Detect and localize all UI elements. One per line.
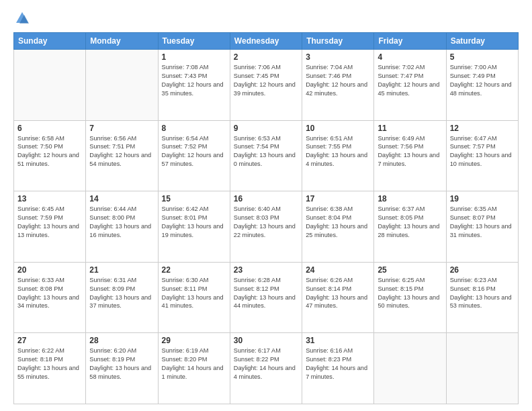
day-number: 10 [306,124,370,133]
calendar-day-cell: 30Sunrise: 6:17 AMSunset: 8:22 PMDayligh… [230,333,302,404]
day-number: 30 [234,336,298,345]
calendar-day-header: Tuesday [158,33,230,50]
calendar-day-cell: 18Sunrise: 6:37 AMSunset: 8:05 PMDayligh… [374,191,446,263]
calendar-week-row: 13Sunrise: 6:45 AMSunset: 7:59 PMDayligh… [14,191,519,263]
calendar-day-header: Sunday [14,33,86,50]
calendar-day-cell: 15Sunrise: 6:42 AMSunset: 8:01 PMDayligh… [158,191,230,263]
calendar-week-row: 20Sunrise: 6:33 AMSunset: 8:08 PMDayligh… [14,262,519,333]
calendar-day-header: Saturday [446,33,518,50]
calendar-day-cell: 27Sunrise: 6:22 AMSunset: 8:18 PMDayligh… [14,333,86,404]
day-number: 16 [234,194,298,203]
day-info: Sunrise: 6:44 AMSunset: 8:00 PMDaylight:… [89,205,154,240]
calendar-day-cell: 23Sunrise: 6:28 AMSunset: 8:12 PMDayligh… [230,262,302,333]
calendar-day-cell: 6Sunrise: 6:58 AMSunset: 7:50 PMDaylight… [14,120,86,191]
calendar-week-row: 1Sunrise: 7:08 AMSunset: 7:43 PMDaylight… [14,50,519,121]
day-info: Sunrise: 6:37 AMSunset: 8:05 PMDaylight:… [378,205,442,240]
calendar-header-row: SundayMondayTuesdayWednesdayThursdayFrid… [14,33,519,50]
day-number: 26 [450,265,515,275]
day-info: Sunrise: 6:20 AMSunset: 8:19 PMDaylight:… [89,347,154,381]
calendar-day-cell: 20Sunrise: 6:33 AMSunset: 8:08 PMDayligh… [14,262,86,333]
day-info: Sunrise: 7:00 AMSunset: 7:49 PMDaylight:… [450,63,515,98]
calendar-day-cell: 28Sunrise: 6:20 AMSunset: 8:19 PMDayligh… [86,333,158,404]
calendar-day-cell: 26Sunrise: 6:23 AMSunset: 8:16 PMDayligh… [446,262,518,333]
day-number: 31 [306,336,370,345]
day-info: Sunrise: 6:38 AMSunset: 8:04 PMDaylight:… [306,205,370,240]
day-info: Sunrise: 6:51 AMSunset: 7:55 PMDaylight:… [306,134,370,169]
day-number: 15 [162,194,226,203]
page-header [13,11,519,26]
calendar-day-cell: 9Sunrise: 6:53 AMSunset: 7:54 PMDaylight… [230,120,302,191]
day-info: Sunrise: 6:53 AMSunset: 7:54 PMDaylight:… [234,134,298,169]
day-number: 5 [450,52,515,62]
day-number: 1 [162,52,226,62]
calendar-day-cell: 1Sunrise: 7:08 AMSunset: 7:43 PMDaylight… [158,50,230,121]
calendar-week-row: 6Sunrise: 6:58 AMSunset: 7:50 PMDaylight… [14,120,519,191]
day-number: 11 [378,124,442,133]
day-info: Sunrise: 6:22 AMSunset: 8:18 PMDaylight:… [17,347,82,381]
calendar-day-cell [374,333,446,404]
calendar-day-cell [86,50,158,121]
calendar-day-cell: 16Sunrise: 6:40 AMSunset: 8:03 PMDayligh… [230,191,302,263]
calendar-day-cell: 22Sunrise: 6:30 AMSunset: 8:11 PMDayligh… [158,262,230,333]
day-info: Sunrise: 7:02 AMSunset: 7:47 PMDaylight:… [378,63,442,98]
day-info: Sunrise: 6:33 AMSunset: 8:08 PMDaylight:… [17,276,82,311]
calendar-day-header: Wednesday [230,33,302,50]
day-info: Sunrise: 6:56 AMSunset: 7:51 PMDaylight:… [89,134,154,169]
day-number: 2 [234,52,298,62]
day-number: 27 [17,336,82,345]
day-number: 13 [17,194,82,203]
day-number: 14 [89,194,154,203]
day-number: 6 [17,124,82,133]
day-info: Sunrise: 6:17 AMSunset: 8:22 PMDaylight:… [234,347,298,381]
day-number: 20 [17,265,82,275]
calendar-day-cell: 10Sunrise: 6:51 AMSunset: 7:55 PMDayligh… [302,120,374,191]
calendar-day-cell: 31Sunrise: 6:16 AMSunset: 8:23 PMDayligh… [302,333,374,404]
day-number: 17 [306,194,370,203]
day-number: 28 [89,336,154,345]
day-info: Sunrise: 6:35 AMSunset: 8:07 PMDaylight:… [450,205,515,240]
calendar-table: SundayMondayTuesdayWednesdayThursdayFrid… [13,32,519,404]
day-number: 4 [378,52,442,62]
calendar-day-cell: 7Sunrise: 6:56 AMSunset: 7:51 PMDaylight… [86,120,158,191]
calendar-day-cell: 13Sunrise: 6:45 AMSunset: 7:59 PMDayligh… [14,191,86,263]
calendar-day-cell [446,333,518,404]
day-number: 24 [306,265,370,275]
calendar-day-cell: 5Sunrise: 7:00 AMSunset: 7:49 PMDaylight… [446,50,518,121]
calendar-day-cell: 17Sunrise: 6:38 AMSunset: 8:04 PMDayligh… [302,191,374,263]
day-info: Sunrise: 6:30 AMSunset: 8:11 PMDaylight:… [162,276,226,311]
calendar-day-cell: 2Sunrise: 7:06 AMSunset: 7:45 PMDaylight… [230,50,302,121]
calendar-day-cell: 14Sunrise: 6:44 AMSunset: 8:00 PMDayligh… [86,191,158,263]
day-info: Sunrise: 7:08 AMSunset: 7:43 PMDaylight:… [162,63,226,98]
calendar-day-cell: 11Sunrise: 6:49 AMSunset: 7:56 PMDayligh… [374,120,446,191]
day-info: Sunrise: 7:06 AMSunset: 7:45 PMDaylight:… [234,63,298,98]
day-info: Sunrise: 6:25 AMSunset: 8:15 PMDaylight:… [378,276,442,311]
day-info: Sunrise: 6:31 AMSunset: 8:09 PMDaylight:… [89,276,154,311]
calendar-day-cell: 25Sunrise: 6:25 AMSunset: 8:15 PMDayligh… [374,262,446,333]
calendar-day-cell [14,50,86,121]
calendar-day-cell: 3Sunrise: 7:04 AMSunset: 7:46 PMDaylight… [302,50,374,121]
calendar-day-cell: 21Sunrise: 6:31 AMSunset: 8:09 PMDayligh… [86,262,158,333]
calendar-day-header: Monday [86,33,158,50]
calendar-day-cell: 4Sunrise: 7:02 AMSunset: 7:47 PMDaylight… [374,50,446,121]
day-number: 12 [450,124,515,133]
day-number: 18 [378,194,442,203]
calendar-day-header: Thursday [302,33,374,50]
day-info: Sunrise: 6:19 AMSunset: 8:20 PMDaylight:… [162,347,226,381]
calendar-day-cell: 12Sunrise: 6:47 AMSunset: 7:57 PMDayligh… [446,120,518,191]
day-number: 19 [450,194,515,203]
day-info: Sunrise: 6:54 AMSunset: 7:52 PMDaylight:… [162,134,226,169]
day-info: Sunrise: 6:49 AMSunset: 7:56 PMDaylight:… [378,134,442,169]
day-number: 25 [378,265,442,275]
calendar-day-cell: 24Sunrise: 6:26 AMSunset: 8:14 PMDayligh… [302,262,374,333]
day-number: 21 [89,265,154,275]
day-info: Sunrise: 6:16 AMSunset: 8:23 PMDaylight:… [306,347,370,381]
day-number: 22 [162,265,226,275]
day-number: 3 [306,52,370,62]
day-number: 29 [162,336,226,345]
day-info: Sunrise: 6:45 AMSunset: 7:59 PMDaylight:… [17,205,82,240]
day-number: 7 [89,124,154,133]
logo-icon [15,11,30,26]
day-info: Sunrise: 7:04 AMSunset: 7:46 PMDaylight:… [306,63,370,98]
day-info: Sunrise: 6:28 AMSunset: 8:12 PMDaylight:… [234,276,298,311]
day-number: 9 [234,124,298,133]
